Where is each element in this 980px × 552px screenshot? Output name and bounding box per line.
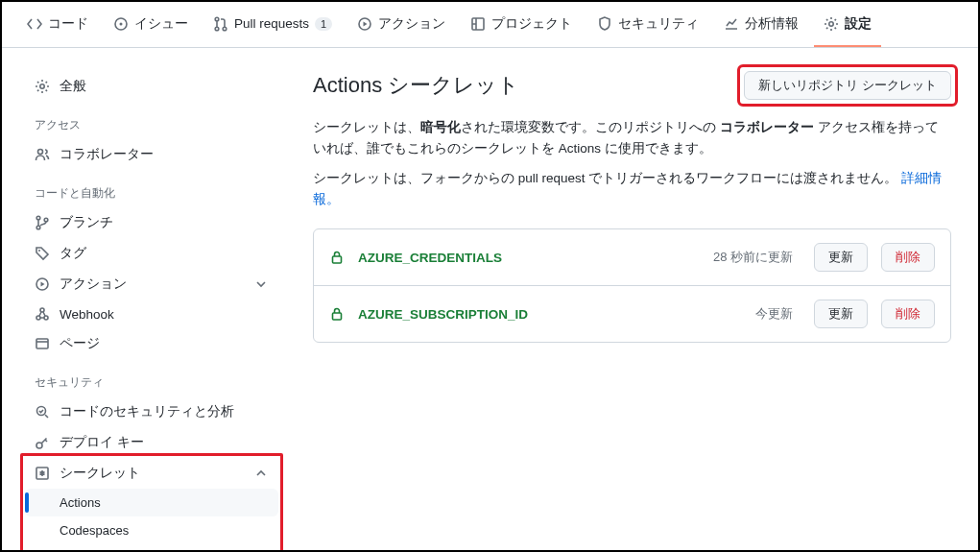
pull-request-icon	[213, 16, 228, 32]
sidebar-header-access: アクセス	[25, 102, 278, 139]
svg-point-1	[120, 22, 123, 25]
svg-point-7	[829, 21, 833, 25]
tab-insights[interactable]: 分析情報	[714, 2, 808, 47]
play-icon	[35, 276, 50, 292]
sidebar-secrets-dependabot[interactable]: Dependabot	[25, 544, 278, 550]
update-button[interactable]: 更新	[814, 243, 868, 272]
lock-icon	[329, 306, 345, 322]
secret-row: AZURE_CREDENTIALS 28 秒前に更新 更新 削除	[314, 229, 950, 285]
secret-name[interactable]: AZURE_SUBSCRIPTION_ID	[358, 307, 742, 322]
sidebar-tags[interactable]: タグ	[25, 238, 278, 269]
sidebar-branches-label: ブランチ	[60, 214, 113, 231]
svg-rect-23	[333, 313, 342, 320]
sidebar-code-security[interactable]: コードのセキュリティと分析	[25, 396, 278, 427]
sidebar-secrets-actions[interactable]: Actions	[25, 489, 278, 516]
page-title: Actions シークレット	[313, 71, 519, 100]
sidebar-secrets-label: シークレット	[60, 465, 140, 482]
new-secret-button[interactable]: 新しいリポジトリ シークレット	[744, 71, 951, 100]
webhook-icon	[35, 306, 50, 322]
svg-point-2	[215, 17, 219, 21]
highlight-new-secret: 新しいリポジトリ シークレット	[737, 64, 958, 107]
main-content: Actions シークレット 新しいリポジトリ シークレット シークレットは、暗…	[286, 48, 978, 550]
asterisk-icon	[35, 466, 50, 481]
gear-icon	[35, 79, 50, 94]
sidebar-pages[interactable]: ページ	[25, 328, 278, 359]
svg-point-3	[215, 27, 219, 31]
lock-icon	[329, 250, 345, 265]
svg-point-16	[44, 316, 48, 320]
shield-icon	[597, 16, 612, 32]
svg-point-4	[223, 27, 227, 31]
svg-point-17	[40, 308, 44, 312]
description-2: シークレットは、フォークからの pull request でトリガーされるワーク…	[313, 168, 951, 209]
secret-name[interactable]: AZURE_CREDENTIALS	[358, 251, 700, 265]
tab-security[interactable]: セキュリティ	[587, 2, 708, 47]
key-icon	[35, 435, 50, 450]
tab-actions-label: アクション	[378, 15, 445, 33]
settings-sidebar: 全般 アクセス コラボレーター コードと自動化 ブランチ タグ アクション We…	[2, 48, 286, 550]
chevron-up-icon	[253, 466, 269, 481]
page-header: Actions シークレット 新しいリポジトリ シークレット	[313, 71, 951, 100]
codescan-icon	[35, 404, 50, 420]
delete-button[interactable]: 削除	[881, 243, 935, 272]
tab-insights-label: 分析情報	[745, 15, 799, 33]
tab-projects[interactable]: プロジェクト	[461, 2, 582, 47]
sidebar-general-label: 全般	[60, 78, 86, 95]
tab-settings-label: 設定	[845, 15, 872, 33]
sidebar-header-automation: コードと自動化	[25, 170, 278, 207]
people-icon	[35, 147, 50, 162]
svg-point-9	[38, 150, 43, 155]
tab-actions[interactable]: アクション	[347, 2, 455, 47]
tab-projects-label: プロジェクト	[491, 15, 572, 33]
secret-updated-time: 今更新	[755, 305, 793, 323]
gear-icon	[824, 16, 839, 32]
svg-point-11	[36, 226, 40, 229]
tab-pulls-label: Pull requests	[234, 16, 309, 31]
tag-icon	[35, 246, 50, 261]
update-button[interactable]: 更新	[814, 300, 868, 328]
sidebar-collaborators[interactable]: コラボレーター	[25, 139, 278, 170]
sidebar-webhooks[interactable]: Webhook	[25, 300, 278, 328]
tab-code[interactable]: コード	[17, 2, 98, 47]
svg-point-8	[40, 84, 44, 88]
tab-pulls[interactable]: Pull requests 1	[203, 2, 342, 47]
svg-point-15	[36, 316, 40, 320]
sidebar-actions-label: アクション	[60, 276, 127, 293]
sidebar-pages-label: ページ	[60, 335, 100, 352]
delete-button[interactable]: 削除	[881, 300, 935, 328]
sidebar-collaborators-label: コラボレーター	[60, 146, 154, 163]
sidebar-code-security-label: コードのセキュリティと分析	[60, 403, 234, 420]
tab-code-label: コード	[48, 15, 88, 33]
sidebar-tags-label: タグ	[60, 245, 86, 262]
highlight-secrets-section: シークレット Actions Codespaces Dependabot	[20, 453, 283, 550]
secret-updated-time: 28 秒前に更新	[713, 249, 793, 266]
sidebar-branches[interactable]: ブランチ	[25, 207, 278, 238]
sidebar-actions[interactable]: アクション	[25, 269, 278, 300]
tab-issues-label: イシュー	[134, 15, 188, 33]
tab-settings[interactable]: 設定	[814, 2, 881, 47]
svg-point-10	[36, 216, 40, 220]
branch-icon	[35, 215, 50, 230]
description-1: シークレットは、暗号化された環境変数です。このリポジトリへの コラボレーター ア…	[313, 117, 951, 158]
chevron-down-icon	[253, 276, 269, 292]
svg-rect-22	[333, 256, 342, 263]
pulls-count: 1	[315, 17, 332, 31]
sidebar-general[interactable]: 全般	[25, 71, 278, 102]
svg-point-13	[38, 250, 40, 252]
browser-icon	[35, 336, 50, 351]
sidebar-webhooks-label: Webhook	[60, 307, 114, 322]
play-icon	[357, 16, 372, 32]
tab-issues[interactable]: イシュー	[104, 2, 198, 47]
graph-icon	[724, 16, 739, 32]
sidebar-secrets[interactable]: シークレット	[25, 458, 278, 489]
sidebar-deploy-keys-label: デプロイ キー	[60, 434, 144, 451]
code-icon	[27, 16, 42, 32]
project-icon	[470, 16, 486, 32]
repo-topnav: コード イシュー Pull requests 1 アクション プロジェクト セキ…	[2, 2, 978, 48]
sidebar-secrets-codespaces[interactable]: Codespaces	[25, 516, 278, 544]
svg-point-20	[36, 443, 42, 448]
secret-row: AZURE_SUBSCRIPTION_ID 今更新 更新 削除	[314, 285, 950, 342]
tab-security-label: セキュリティ	[618, 15, 699, 33]
svg-rect-18	[36, 339, 48, 348]
sidebar-header-security: セキュリティ	[25, 359, 278, 396]
